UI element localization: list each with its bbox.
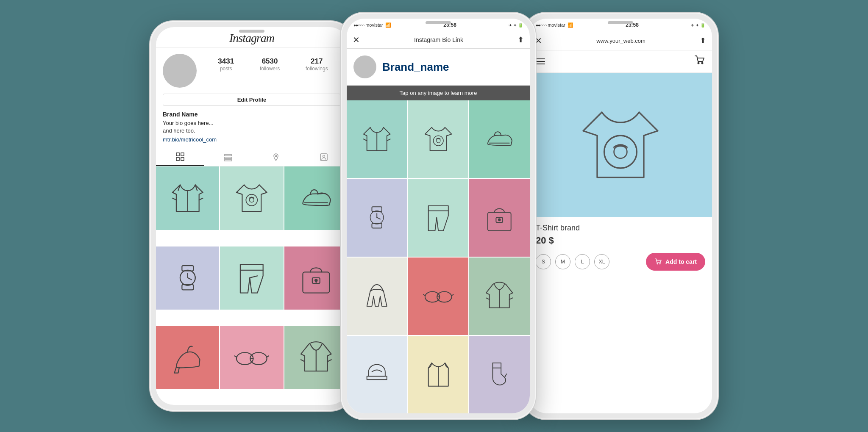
grid-item-sunglasses[interactable] [220,326,283,389]
instagram-screen: Instagram 3431 posts 6530 followers [156,27,348,405]
tab-grid[interactable] [156,148,204,166]
biolink-header: Brand_name [347,49,530,86]
cart-icon-menu[interactable] [694,55,705,68]
grid-item-heels[interactable] [156,326,219,389]
hamburger-line-2 [536,61,545,62]
biolink-item-hoodie[interactable] [469,258,530,335]
grid-item-shoes[interactable] [284,166,348,230]
grid-item-watch[interactable] [156,246,219,310]
tab-location[interactable] [252,148,300,166]
product-info: T-Shirt brand 20 $ S M L XL [529,217,712,277]
biolink-item-knit[interactable] [347,258,407,335]
biolink-item-extra1[interactable] [347,336,407,413]
svg-rect-2 [176,158,179,161]
biolink-item-sunglasses[interactable] [408,258,469,335]
svg-point-11 [250,198,254,202]
followings-count: 217 [311,57,323,66]
grid-item-jacket[interactable] [156,166,219,230]
svg-point-7 [275,155,277,157]
svg-rect-26 [488,213,511,231]
list-icon [224,153,232,161]
followers-label: followers [260,66,280,72]
phones-container: Instagram 3431 posts 6530 followers [0,0,868,432]
shoes-icon-mid [483,118,516,161]
cart-icon-svg [694,55,705,66]
svg-rect-3 [181,158,184,161]
grid-item-bag[interactable] [284,246,348,310]
grid-item-pants[interactable] [220,246,283,310]
biolink-grid [347,100,530,413]
hoodie-icon-mid [483,275,516,318]
biolink-item-bag[interactable] [469,179,530,256]
svg-point-9 [323,155,325,158]
hoodie-icon [297,339,335,377]
watch-icon-mid [360,196,393,239]
biolink-screen: ●●○○○ movistar 📶 23:58 ✈ ✦ 🔋 ✕ Instagram… [347,19,530,413]
grid-item-tshirt[interactable] [220,166,283,230]
heels-icon [169,339,207,377]
ig-bio: Brand Name Your bio goes here...and here… [156,110,348,146]
posts-label: posts [220,66,232,72]
svg-point-28 [498,219,501,221]
status-bar-middle: ●●○○○ movistar 📶 23:58 ✈ ✦ 🔋 [347,19,530,31]
followers-count: 6530 [262,57,278,66]
icons-right: ✈ ✦ 🔋 [509,23,523,28]
biolink-item-pants[interactable] [408,179,469,256]
watch-icon [169,259,207,297]
bag-icon-mid [483,196,516,239]
grid-icon [176,152,184,161]
product-url-bar: www.your_web.com [547,38,695,44]
biolink-item-socks[interactable] [469,336,530,413]
svg-point-36 [659,263,660,264]
posts-count: 3431 [218,57,234,66]
add-to-cart-button[interactable]: Add to cart [646,253,705,271]
speaker-right [608,21,633,24]
size-m-button[interactable]: M [555,254,570,269]
carrier-right: movistar [548,22,565,28]
share-button-right[interactable]: ⬆ [700,36,706,45]
person-icon [320,153,328,161]
tab-list[interactable] [204,148,252,166]
phone-middle: ●●○○○ movistar 📶 23:58 ✈ ✦ 🔋 ✕ Instagram… [341,13,536,419]
phone-left: Instagram 3431 posts 6530 followers [150,21,353,411]
ig-tabs [156,148,348,166]
biolink-item-tshirt[interactable] [408,100,469,178]
size-xl-button[interactable]: XL [594,254,609,269]
biolink-item-shoes[interactable] [469,100,530,178]
phone-left-inner: Instagram 3431 posts 6530 followers [156,27,348,405]
bio-link[interactable]: mtr.bio/metricool_com [163,136,341,143]
share-button[interactable]: ⬆ [517,35,524,44]
product-price: 20 $ [536,235,705,246]
status-bar-right: ●●○○○ movistar 📶 23:58 ✈ ✦ 🔋 [529,19,712,31]
biolink-item-watch[interactable] [347,179,407,256]
add-to-cart-label: Add to cart [665,258,697,265]
stat-followings: 217 followings [306,57,328,72]
product-nav: ✕ www.your_web.com ⬆ [529,31,712,50]
biolink-item-jacket[interactable] [347,100,407,178]
svg-point-32 [702,63,703,64]
hamburger-button[interactable] [536,58,545,64]
product-screen: ●●○○○ movistar 📶 23:58 ✈ ✦ 🔋 ✕ www.your_… [529,19,712,413]
close-button[interactable]: ✕ [353,35,360,45]
speaker-middle [426,21,451,24]
svg-point-10 [246,194,258,206]
svg-point-35 [657,263,658,264]
jacket-icon-mid [360,118,393,161]
biolink-item-vest[interactable] [408,336,469,413]
hamburger-line-3 [536,64,545,64]
vest-icon-mid [422,353,455,396]
shoes-icon [297,179,335,217]
size-l-button[interactable]: L [575,254,590,269]
edit-profile-button[interactable]: Edit Profile [163,94,341,106]
size-s-button[interactable]: S [536,254,551,269]
hat-icon-mid [360,353,393,396]
close-button-right[interactable]: ✕ [535,36,542,46]
biolink-avatar [353,55,376,78]
browser-nav-middle: ✕ Instagram Bio Link ⬆ [347,31,530,49]
followings-label: followings [306,66,328,72]
product-image-area [529,73,712,217]
bio-text: Your bio goes here...and here too. [163,119,341,135]
grid-item-hoodie[interactable] [284,326,348,389]
bag-icon [297,259,335,297]
svg-point-21 [433,136,443,146]
